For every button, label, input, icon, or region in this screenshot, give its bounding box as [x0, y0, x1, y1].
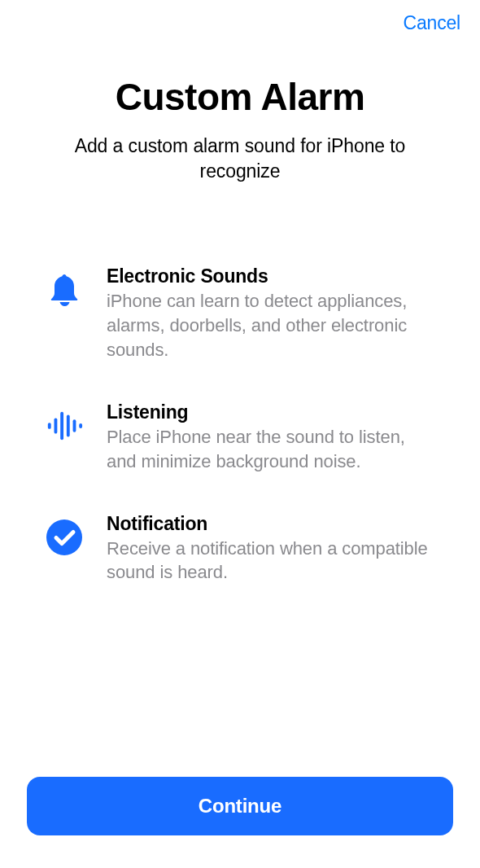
feature-title: Notification [107, 513, 435, 535]
checkmark-circle-icon [45, 518, 84, 557]
feature-title: Electronic Sounds [107, 265, 435, 287]
nav-bar: Cancel [0, 0, 480, 46]
feature-item-listening: Listening Place iPhone near the sound to… [45, 401, 435, 474]
svg-rect-0 [48, 423, 51, 429]
feature-desc: Receive a notification when a compatible… [107, 537, 435, 585]
feature-title: Listening [107, 401, 435, 423]
svg-rect-5 [79, 423, 82, 428]
feature-list: Electronic Sounds iPhone can learn to de… [45, 265, 435, 624]
feature-text: Electronic Sounds iPhone can learn to de… [107, 265, 435, 362]
feature-text: Notification Receive a notification when… [107, 513, 435, 585]
page-subtitle: Add a custom alarm sound for iPhone to r… [33, 134, 447, 184]
svg-point-6 [46, 519, 82, 555]
cancel-button[interactable]: Cancel [404, 12, 460, 34]
feature-item-notification: Notification Receive a notification when… [45, 513, 435, 585]
svg-rect-2 [60, 411, 63, 440]
svg-rect-1 [55, 418, 58, 433]
waveform-icon [45, 406, 84, 445]
header: Custom Alarm Add a custom alarm sound fo… [0, 75, 480, 184]
footer: Continue [27, 777, 453, 835]
feature-desc: Place iPhone near the sound to listen, a… [107, 425, 435, 474]
feature-text: Listening Place iPhone near the sound to… [107, 401, 435, 474]
bell-icon [45, 270, 84, 309]
continue-button[interactable]: Continue [27, 777, 453, 835]
svg-rect-3 [67, 414, 70, 436]
page-title: Custom Alarm [33, 75, 447, 119]
feature-desc: iPhone can learn to detect appliances, a… [107, 289, 435, 362]
svg-rect-4 [73, 419, 76, 432]
feature-item-electronic-sounds: Electronic Sounds iPhone can learn to de… [45, 265, 435, 362]
